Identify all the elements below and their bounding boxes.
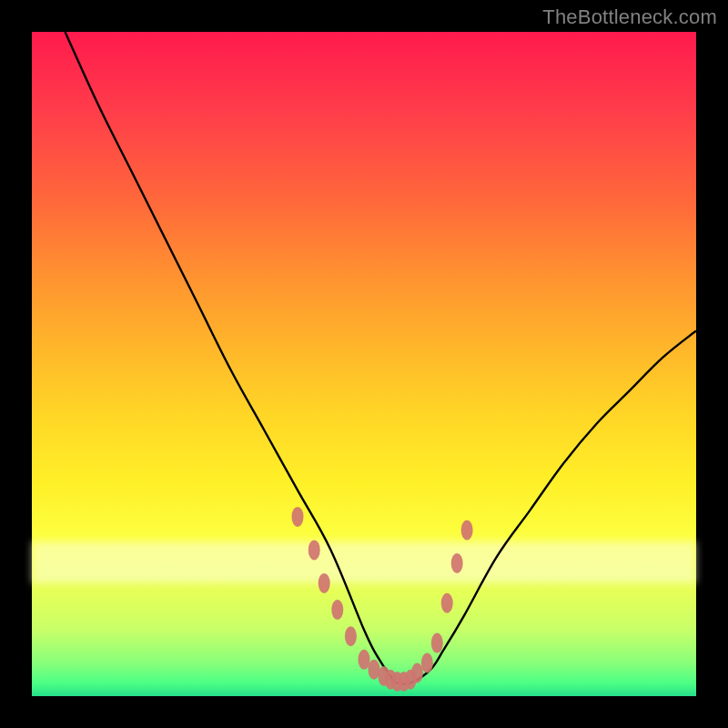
marker-dot <box>421 653 433 673</box>
marker-dot <box>308 540 320 560</box>
marker-dot <box>441 593 453 613</box>
marker-dot <box>431 633 443 653</box>
chart-svg <box>32 32 696 696</box>
marker-dot <box>461 521 473 541</box>
bottleneck-curve <box>66 32 697 684</box>
marker-dot <box>331 600 343 620</box>
marker-dot <box>359 650 370 670</box>
watermark-text: TheBottleneck.com <box>542 5 717 29</box>
marker-dot <box>292 507 304 527</box>
marker-dot <box>451 553 463 573</box>
plot-area <box>32 32 696 696</box>
marker-dot <box>318 573 330 593</box>
marker-dot <box>345 626 357 646</box>
marker-dot <box>411 662 423 682</box>
curve-layer <box>66 32 697 684</box>
chart-stage: TheBottleneck.com <box>0 0 728 728</box>
